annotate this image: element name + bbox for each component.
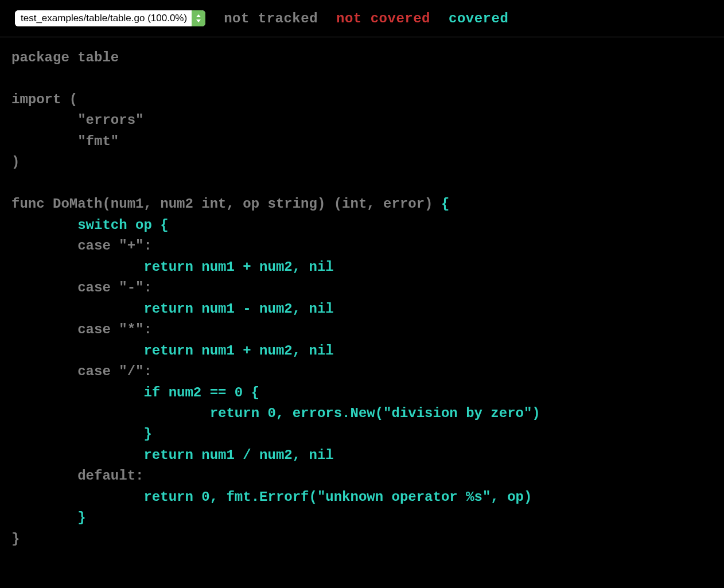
coverage-header: test_examples/table/table.go (100.0%) no… — [0, 0, 724, 37]
legend-not-covered: not covered — [336, 11, 430, 26]
code-segment: default: — [77, 468, 143, 484]
chevron-up-down-icon[interactable] — [192, 10, 205, 26]
code-line: return num1 / num2, nil — [11, 445, 713, 466]
code-segment: "fmt" — [11, 134, 119, 149]
code-segment: case "*": — [77, 322, 152, 337]
code-segment: if num2 == 0 { — [11, 385, 259, 400]
code-line: return num1 - num2, nil — [11, 299, 713, 320]
file-selector[interactable]: test_examples/table/table.go (100.0%) — [15, 10, 192, 26]
code-segment: return 0, errors.New("division by zero") — [11, 406, 540, 421]
code-segment: } — [11, 426, 152, 442]
code-line: "errors" — [11, 110, 713, 131]
code-segment: return num1 - num2, nil — [11, 301, 334, 317]
code-area: package table import ( "errors" "fmt") f… — [0, 37, 724, 560]
code-segment: case "-": — [77, 280, 152, 295]
code-line: package table — [11, 48, 713, 68]
code-segment: } — [11, 531, 20, 547]
code-line: case "+": — [11, 236, 713, 256]
code-segment — [11, 322, 77, 337]
code-line: "fmt" — [11, 131, 713, 152]
code-line: switch op { — [11, 215, 713, 236]
code-segment: case "+": — [77, 238, 152, 254]
code-line: case "/": — [11, 361, 713, 382]
code-line: case "-": — [11, 278, 713, 298]
code-segment: import ( — [11, 92, 77, 107]
code-segment: return num1 / num2, nil — [11, 447, 334, 463]
code-segment: switch op { — [11, 217, 169, 233]
code-segment — [11, 468, 77, 484]
code-segment — [11, 176, 20, 191]
code-segment — [11, 364, 77, 379]
code-segment — [11, 280, 77, 295]
legend-covered: covered — [449, 11, 508, 26]
code-segment: } — [11, 510, 86, 525]
code-line: ) — [11, 152, 713, 173]
code-segment: return 0, fmt.Errorf("unknown operator %… — [11, 489, 532, 505]
code-line: } — [11, 529, 713, 550]
code-segment: func DoMath(num1, num2 int, op string) (… — [11, 196, 441, 212]
code-segment — [11, 238, 77, 254]
legend-not-tracked: not tracked — [224, 11, 318, 26]
code-segment — [11, 71, 20, 86]
code-line: } — [11, 424, 713, 445]
code-segment: { — [441, 196, 449, 212]
code-line: func DoMath(num1, num2 int, op string) (… — [11, 194, 713, 215]
code-line: import ( — [11, 89, 713, 110]
code-segment: ) — [11, 154, 20, 170]
code-line: } — [11, 508, 713, 528]
code-segment: case "/": — [77, 364, 152, 379]
code-line: return num1 + num2, nil — [11, 257, 713, 278]
code-segment: return num1 + num2, nil — [11, 259, 334, 275]
code-segment: return num1 + num2, nil — [11, 343, 334, 359]
code-segment: "errors" — [11, 112, 143, 128]
code-segment: package table — [11, 50, 119, 65]
file-selector-container[interactable]: test_examples/table/table.go (100.0%) — [15, 10, 205, 26]
code-line — [11, 68, 713, 89]
code-line: if num2 == 0 { — [11, 383, 713, 403]
code-line: case "*": — [11, 320, 713, 340]
code-line: return 0, errors.New("division by zero") — [11, 403, 713, 424]
code-line: return num1 + num2, nil — [11, 341, 713, 361]
code-line: default: — [11, 466, 713, 486]
code-line: return 0, fmt.Errorf("unknown operator %… — [11, 487, 713, 508]
code-line — [11, 173, 713, 194]
